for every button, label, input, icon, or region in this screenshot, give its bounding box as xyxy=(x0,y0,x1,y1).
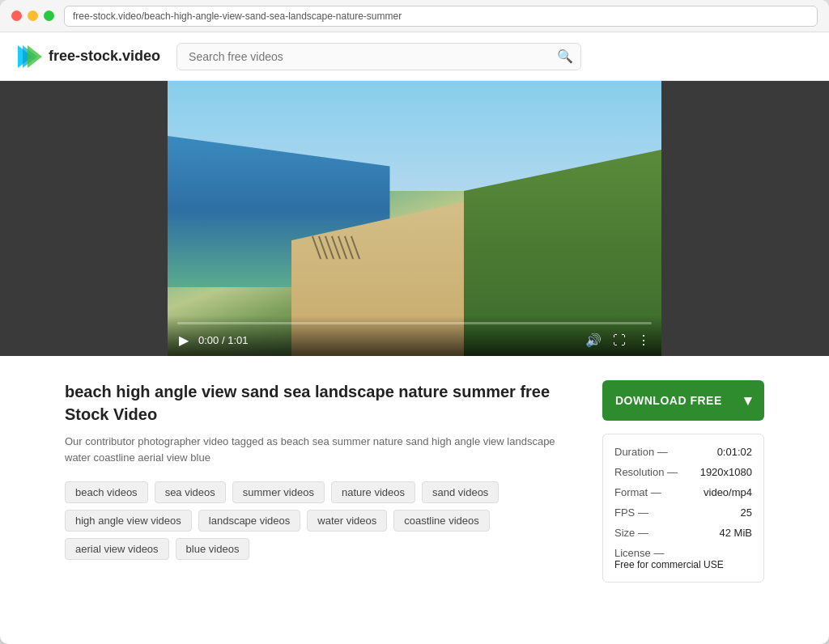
content-section: beach high angle view sand sea landscape… xyxy=(0,356,829,607)
tag-high-angle[interactable]: high angle view videos xyxy=(65,510,192,532)
browser-window: free-stock.video/beach-high-angle-view-s… xyxy=(0,0,829,644)
tag-blue[interactable]: blue videos xyxy=(176,538,250,560)
tags-section: beach videos sea videos summer videos na… xyxy=(65,481,578,560)
search-bar: 🔍 xyxy=(176,43,581,70)
chevron-down-icon: ▾ xyxy=(744,392,752,409)
address-bar[interactable]: free-stock.video/beach-high-angle-view-s… xyxy=(64,6,818,27)
tag-aerial[interactable]: aerial view videos xyxy=(65,538,169,560)
fullscreen-icon: ⛶ xyxy=(613,333,626,348)
piers xyxy=(316,235,356,260)
license-value: Free for commercial USE xyxy=(614,559,724,570)
fullscreen-button[interactable]: ⛶ xyxy=(611,332,627,350)
controls-row: ▶ 0:00 / 1:01 🔊 ⛶ xyxy=(177,331,652,350)
controls-right: 🔊 ⛶ ⋮ xyxy=(584,331,652,350)
time-current: 0:00 xyxy=(198,334,219,346)
svg-marker-2 xyxy=(28,45,42,68)
traffic-lights xyxy=(11,11,54,21)
format-row: Format — video/mp4 xyxy=(614,486,752,498)
video-description: Our contributor photographer video tagge… xyxy=(65,434,578,465)
download-button[interactable]: DOWNLOAD FREE ▾ xyxy=(602,380,764,421)
resolution-label: Resolution — xyxy=(614,466,678,478)
duration-row: Duration — 0:01:02 xyxy=(614,446,752,458)
more-icon: ⋮ xyxy=(637,333,650,348)
video-player[interactable]: ▶ 0:00 / 1:01 🔊 ⛶ xyxy=(168,81,661,356)
logo-link[interactable]: free-stock.video xyxy=(16,44,160,70)
tag-summer[interactable]: summer videos xyxy=(232,481,325,503)
info-card: Duration — 0:01:02 Resolution — 1920x108… xyxy=(602,434,764,583)
volume-icon: 🔊 xyxy=(585,333,602,348)
search-icon: 🔍 xyxy=(557,49,573,63)
time-total: 1:01 xyxy=(227,334,248,346)
resolution-value: 1920x1080 xyxy=(700,466,752,478)
titlebar: free-stock.video/beach-high-angle-view-s… xyxy=(0,0,829,32)
more-button[interactable]: ⋮ xyxy=(636,331,652,350)
license-row: License — Free for commercial USE xyxy=(614,547,752,570)
close-button[interactable] xyxy=(11,11,22,21)
site-header: free-stock.video 🔍 xyxy=(0,32,829,81)
fps-label: FPS — xyxy=(614,506,648,519)
play-icon: ▶ xyxy=(179,333,189,348)
format-value: video/mp4 xyxy=(704,486,752,498)
format-label: Format — xyxy=(614,486,661,498)
video-section: ▶ 0:00 / 1:01 🔊 ⛶ xyxy=(0,81,829,356)
tag-sand[interactable]: sand videos xyxy=(422,481,499,503)
video-title: beach high angle view sand sea landscape… xyxy=(65,380,578,426)
size-value: 42 MiB xyxy=(720,527,752,539)
address-text: free-stock.video/beach-high-angle-view-s… xyxy=(73,11,402,22)
size-row: Size — 42 MiB xyxy=(614,527,752,539)
tag-coastline[interactable]: coastline videos xyxy=(393,510,490,532)
volume-button[interactable]: 🔊 xyxy=(584,331,603,350)
play-button[interactable]: ▶ xyxy=(177,331,190,350)
tag-sea[interactable]: sea videos xyxy=(155,481,226,503)
license-label: License — xyxy=(614,547,724,559)
controls-left: ▶ 0:00 / 1:01 xyxy=(177,331,248,350)
search-button[interactable]: 🔍 xyxy=(557,49,573,64)
logo-text: free-stock.video xyxy=(49,48,160,65)
content-sidebar: DOWNLOAD FREE ▾ Duration — 0:01:02 Resol… xyxy=(602,380,764,583)
tag-landscape[interactable]: landscape videos xyxy=(198,510,300,532)
progress-bar[interactable] xyxy=(177,322,652,324)
content-main: beach high angle view sand sea landscape… xyxy=(65,380,578,583)
tag-beach[interactable]: beach videos xyxy=(65,481,148,503)
fps-row: FPS — 25 xyxy=(614,506,752,519)
tag-water[interactable]: water videos xyxy=(307,510,387,532)
search-input[interactable] xyxy=(176,43,581,70)
resolution-row: Resolution — 1920x1080 xyxy=(614,466,752,478)
download-label: DOWNLOAD FREE xyxy=(615,394,722,407)
video-controls: ▶ 0:00 / 1:01 🔊 ⛶ xyxy=(168,316,661,356)
fps-value: 25 xyxy=(741,506,752,519)
time-display: 0:00 / 1:01 xyxy=(198,334,248,346)
video-thumbnail xyxy=(168,81,661,356)
minimize-button[interactable] xyxy=(28,11,38,21)
duration-label: Duration — xyxy=(614,446,668,458)
maximize-button[interactable] xyxy=(44,11,54,21)
size-label: Size — xyxy=(614,527,648,539)
tag-nature[interactable]: nature videos xyxy=(331,481,415,503)
duration-value: 0:01:02 xyxy=(717,446,752,458)
logo-icon xyxy=(16,44,42,70)
